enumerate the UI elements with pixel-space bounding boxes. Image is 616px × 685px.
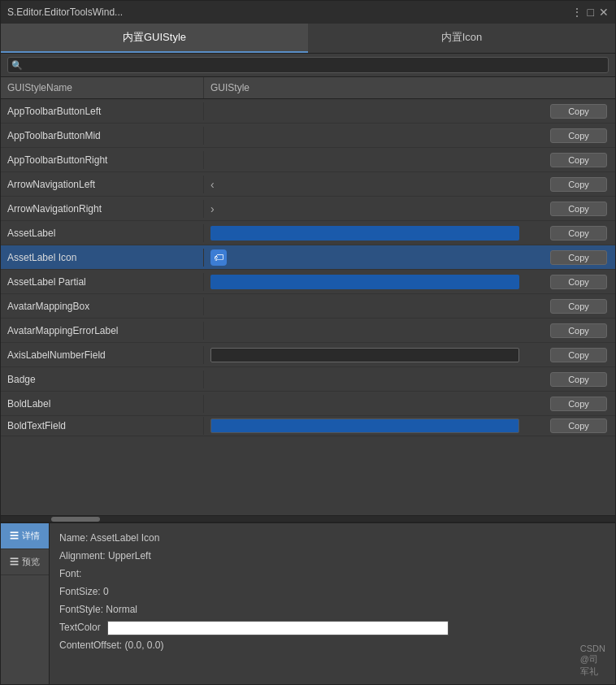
table-row[interactable]: AvatarMappingBox Copy bbox=[1, 294, 615, 319]
copy-button[interactable]: Copy bbox=[550, 397, 607, 411]
arrow-left-icon: ‹ bbox=[210, 178, 215, 191]
detail-contentoffset: ContentOffset: (0.0, 0.0) bbox=[59, 637, 164, 655]
row-preview bbox=[204, 110, 542, 113]
table-row[interactable]: AssetLabel Partial Copy bbox=[1, 270, 615, 294]
table-row[interactable]: ArrowNavigationLeft ‹ Copy bbox=[1, 172, 615, 197]
table-row[interactable]: AvatarMappingErrorLabel Copy bbox=[1, 319, 615, 343]
header-gui-style: GUIStyle bbox=[204, 77, 615, 98]
row-copy-area: Copy bbox=[542, 395, 615, 413]
style-table[interactable]: GUIStyleName GUIStyle AppToolbarButtonLe… bbox=[1, 77, 615, 515]
details-content: Name: AssetLabel Icon Alignment: UpperLe… bbox=[50, 523, 615, 684]
row-name: AppToolbarButtonRight bbox=[1, 151, 204, 169]
window-controls: ⋮ □ ✕ bbox=[571, 6, 609, 19]
bold-textfield-preview bbox=[210, 418, 519, 433]
details-icon: ☰ bbox=[10, 531, 19, 540]
table-row[interactable]: AppToolbarButtonRight Copy bbox=[1, 148, 615, 172]
copy-button[interactable]: Copy bbox=[550, 177, 607, 192]
detail-name-row: Name: AssetLabel Icon bbox=[59, 530, 605, 548]
row-copy-area: Copy bbox=[542, 127, 615, 145]
copy-button[interactable]: Copy bbox=[550, 372, 607, 387]
row-preview bbox=[204, 417, 542, 435]
detail-font: Font: bbox=[59, 566, 81, 583]
detail-textcolor-label: TextColor bbox=[59, 619, 101, 637]
textcolor-swatch bbox=[107, 621, 449, 635]
table-row[interactable]: AppToolbarButtonMid Copy bbox=[1, 124, 615, 148]
detail-contentoffset-row: ContentOffset: (0.0, 0.0) bbox=[59, 637, 605, 655]
row-name: ArrowNavigationRight bbox=[1, 200, 204, 218]
row-name: BoldLabel bbox=[1, 395, 204, 413]
preview-label: 预览 bbox=[22, 557, 40, 566]
copy-button[interactable]: Copy bbox=[550, 323, 607, 338]
copy-button[interactable]: Copy bbox=[550, 250, 607, 265]
tab-builtin-guistyle[interactable]: 内置GUIStyle bbox=[1, 24, 308, 53]
row-preview bbox=[204, 224, 542, 242]
copy-button[interactable]: Copy bbox=[550, 128, 607, 143]
copy-button[interactable]: Copy bbox=[550, 202, 607, 216]
tab-preview[interactable]: ☰ 预览 bbox=[1, 549, 49, 575]
table-row[interactable]: AppToolbarButtonLeft Copy bbox=[1, 99, 615, 124]
detail-fontsize: FontSize: 0 bbox=[59, 583, 109, 601]
horizontal-scroll[interactable] bbox=[1, 515, 615, 522]
asset-label-preview bbox=[210, 226, 519, 241]
row-name: ArrowNavigationLeft bbox=[1, 176, 204, 193]
search-wrapper: 🔍 bbox=[7, 57, 609, 73]
tab-details[interactable]: ☰ 详情 bbox=[1, 523, 49, 549]
row-copy-area: Copy bbox=[542, 417, 615, 435]
detail-fontstyle-row: FontStyle: Normal bbox=[59, 601, 605, 619]
row-name: AssetLabel Partial bbox=[1, 273, 204, 291]
table-row[interactable]: AssetLabel Copy bbox=[1, 221, 615, 245]
row-name: AssetLabel Icon bbox=[1, 249, 204, 267]
copy-button[interactable]: Copy bbox=[550, 104, 607, 119]
search-input[interactable] bbox=[7, 57, 609, 73]
table-row[interactable]: AxisLabelNumberField Copy bbox=[1, 343, 615, 367]
main-window: S.Editor.EditorToolsWind... ⋮ □ ✕ 内置GUIS… bbox=[0, 0, 616, 685]
table-row[interactable]: AssetLabel Icon 🏷 Copy bbox=[1, 245, 615, 270]
axis-label-preview bbox=[210, 348, 519, 362]
title-bar: S.Editor.EditorToolsWind... ⋮ □ ✕ bbox=[1, 1, 615, 24]
row-preview: ‹ bbox=[204, 176, 542, 193]
h-scrollbar-thumb[interactable] bbox=[51, 517, 100, 522]
menu-icon[interactable]: ⋮ bbox=[571, 6, 583, 19]
details-label: 详情 bbox=[22, 531, 40, 540]
copy-button[interactable]: Copy bbox=[550, 299, 607, 314]
window-title: S.Editor.EditorToolsWind... bbox=[7, 7, 123, 18]
tag-icon: 🏷 bbox=[210, 249, 227, 266]
copy-button[interactable]: Copy bbox=[550, 418, 607, 433]
row-copy-area: Copy bbox=[542, 297, 615, 315]
row-preview bbox=[204, 134, 542, 137]
close-icon[interactable]: ✕ bbox=[599, 6, 609, 19]
copy-button[interactable]: Copy bbox=[550, 153, 607, 167]
preview-icon: ☰ bbox=[10, 557, 19, 566]
row-preview bbox=[204, 378, 542, 381]
copy-button[interactable]: Copy bbox=[550, 226, 607, 241]
row-name: AssetLabel bbox=[1, 224, 204, 242]
row-preview bbox=[204, 305, 542, 308]
table-row[interactable]: Badge Copy bbox=[1, 367, 615, 392]
bottom-tab-bar: ☰ 详情 ☰ 预览 bbox=[1, 523, 50, 684]
search-bar: 🔍 bbox=[1, 54, 615, 77]
row-copy-area: Copy bbox=[542, 371, 615, 388]
search-icon: 🔍 bbox=[11, 60, 23, 71]
row-copy-area: Copy bbox=[542, 249, 615, 267]
row-name: Badge bbox=[1, 371, 204, 388]
row-name: AvatarMappingErrorLabel bbox=[1, 322, 204, 340]
asset-label-partial-preview bbox=[210, 275, 519, 289]
row-preview bbox=[204, 329, 542, 332]
row-copy-area: Copy bbox=[542, 273, 615, 291]
bottom-panel: ☰ 详情 ☰ 预览 Name: AssetLabel Icon Alignmen… bbox=[1, 522, 615, 684]
tab-builtin-icon[interactable]: 内置Icon bbox=[308, 24, 615, 53]
row-name: AvatarMappingBox bbox=[1, 297, 204, 315]
table-row[interactable]: BoldLabel Copy bbox=[1, 392, 615, 416]
row-copy-area: Copy bbox=[542, 176, 615, 193]
copy-button[interactable]: Copy bbox=[550, 275, 607, 289]
table-row[interactable]: BoldTextField Copy bbox=[1, 416, 615, 436]
detail-name: Name: AssetLabel Icon bbox=[59, 530, 159, 548]
maximize-icon[interactable]: □ bbox=[588, 6, 594, 19]
row-preview: › bbox=[204, 201, 542, 217]
copy-button[interactable]: Copy bbox=[550, 348, 607, 362]
arrow-right-icon: › bbox=[210, 202, 215, 215]
row-copy-area: Copy bbox=[542, 151, 615, 169]
row-copy-area: Copy bbox=[542, 224, 615, 242]
table-row[interactable]: ArrowNavigationRight › Copy bbox=[1, 197, 615, 221]
detail-fontsize-row: FontSize: 0 bbox=[59, 583, 605, 601]
